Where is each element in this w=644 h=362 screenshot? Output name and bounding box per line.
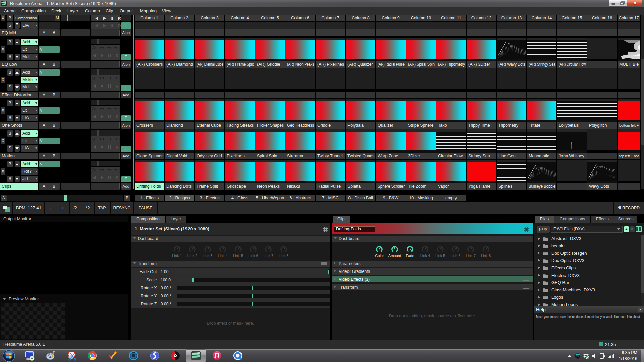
svg-text:R: R [116, 145, 119, 149]
svg-text:R: R [116, 54, 119, 58]
svg-text:R: R [118, 24, 121, 28]
svg-text:R: R [116, 176, 119, 180]
svg-text:R: R [118, 16, 121, 20]
svg-text:R: R [116, 84, 119, 88]
svg-text:R: R [116, 115, 119, 119]
